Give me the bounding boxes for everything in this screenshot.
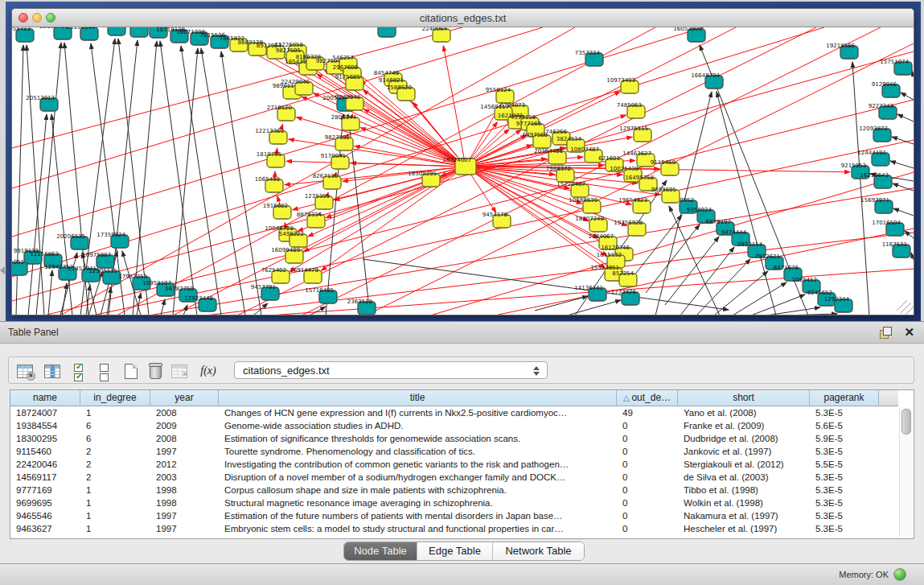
cell-out_de[interactable]: 49 <box>617 406 678 419</box>
cell-short[interactable]: Hescheler et al. (1997) <box>678 522 810 535</box>
cell-pagerank[interactable]: 5.3E-5 <box>810 471 879 484</box>
cell-out_de[interactable]: 0 <box>617 496 678 509</box>
delete-columns-icon[interactable] <box>146 361 165 381</box>
column-header-out_de[interactable]: △ out_de… <box>617 390 678 406</box>
table-row[interactable]: 2242004622012Investigating the contribut… <box>10 458 898 471</box>
resize-grip-icon[interactable] <box>901 303 911 313</box>
cell-in_degree[interactable]: 2 <box>80 458 150 471</box>
cell-pagerank[interactable]: 5.3E-5 <box>810 496 879 509</box>
cell-out_de[interactable]: 0 <box>617 432 678 445</box>
cell-name[interactable]: 19384554 <box>10 419 80 432</box>
cell-title[interactable]: Structural magnetic resonance image aver… <box>219 496 617 509</box>
graph-node[interactable] <box>130 27 148 37</box>
cell-short[interactable]: Franke et al. (2009) <box>678 419 810 432</box>
cell-in_degree[interactable]: 1 <box>80 406 150 419</box>
vertical-scrollbar[interactable] <box>899 407 912 537</box>
cell-year[interactable]: 1997 <box>150 445 219 458</box>
cell-out_de[interactable]: 0 <box>617 484 678 496</box>
cell-name[interactable]: 9699695 <box>10 496 80 509</box>
new-table-icon[interactable] <box>121 361 141 381</box>
table-row[interactable]: 1872400712008Changes of HCN gene express… <box>10 406 898 419</box>
tab-network-table[interactable]: Network Table <box>493 542 584 560</box>
cell-year[interactable]: 2008 <box>150 406 219 419</box>
column-header-short[interactable]: short <box>678 390 810 406</box>
cell-pagerank[interactable]: 5.3E-5 <box>810 484 879 496</box>
cell-out_de[interactable]: 0 <box>617 522 678 535</box>
graph-node[interactable] <box>378 27 396 37</box>
close-panel-icon[interactable]: ✕ <box>904 325 914 340</box>
resize-grip-icon[interactable] <box>897 300 907 311</box>
graph-node[interactable] <box>108 27 125 35</box>
cell-title[interactable]: Changes of HCN gene expression and I(f) … <box>219 406 617 419</box>
memory-ok-indicator[interactable] <box>893 568 906 581</box>
network-graph-canvas[interactable]: 1872400718300295140557132289143616959544… <box>12 27 914 315</box>
deselect-all-rows-icon[interactable] <box>96 361 115 381</box>
float-panel-icon[interactable] <box>880 327 892 339</box>
cell-pagerank[interactable]: 5.3E-5 <box>810 406 879 419</box>
cell-title[interactable]: Estimation of the future numbers of pati… <box>219 509 617 522</box>
cell-out_de[interactable]: 0 <box>617 509 678 522</box>
cell-name[interactable]: 9115460 <box>10 445 80 458</box>
tab-node-table[interactable]: Node Table <box>344 542 417 560</box>
table-settings-icon[interactable]: ✱ <box>15 361 35 381</box>
cell-short[interactable]: Yano et al. (2008) <box>678 406 810 419</box>
column-header-title[interactable]: title <box>219 390 617 406</box>
cell-name[interactable]: 14569117 <box>10 471 80 484</box>
cell-title[interactable]: Tourette syndrome. Phenomenology and cla… <box>219 445 617 458</box>
cell-out_de[interactable]: 0 <box>617 419 678 432</box>
cell-year[interactable]: 1997 <box>150 522 219 535</box>
cell-in_degree[interactable]: 6 <box>80 432 150 445</box>
cell-in_degree[interactable]: 2 <box>80 471 150 484</box>
table-row[interactable]: 946554611997Estimation of the future num… <box>10 509 898 522</box>
cell-short[interactable]: Jankovic et al. (1997) <box>678 445 810 458</box>
cell-name[interactable]: 18300295 <box>10 432 80 445</box>
cell-in_degree[interactable]: 2 <box>80 445 150 458</box>
cell-title[interactable]: Disruption of a novel member of a sodium… <box>219 471 617 484</box>
table-row[interactable]: 1938455462009Genome-wide association stu… <box>10 419 898 432</box>
table-row[interactable]: 977716911998Corpus callosum shape and si… <box>10 484 898 496</box>
cell-year[interactable]: 2003 <box>150 471 219 484</box>
cell-pagerank[interactable]: 5.3E-5 <box>810 445 879 458</box>
cell-title[interactable]: Embryonic stem cells: a model to study s… <box>219 522 617 535</box>
table-row[interactable]: 969969511998Structural magnetic resonanc… <box>10 496 898 509</box>
cell-short[interactable]: de Silva et al. (2003) <box>678 471 810 484</box>
cell-out_de[interactable]: 0 <box>617 445 678 458</box>
cell-in_degree[interactable]: 1 <box>80 496 150 509</box>
cell-title[interactable]: Investigating the contribution of common… <box>219 458 617 471</box>
cell-pagerank[interactable]: 5.3E-5 <box>810 509 879 522</box>
cell-pagerank[interactable]: 5.5E-5 <box>810 458 879 471</box>
cell-pagerank[interactable]: 5.3E-5 <box>810 522 879 535</box>
cell-pagerank[interactable]: 5.6E-5 <box>810 419 879 432</box>
cell-year[interactable]: 2009 <box>150 419 219 432</box>
cell-short[interactable]: Stergiakouli et al. (2012) <box>678 458 810 471</box>
cell-year[interactable]: 1998 <box>150 484 219 496</box>
select-all-rows-icon[interactable] <box>70 361 89 381</box>
collapse-panel-arrow-icon[interactable] <box>0 266 5 274</box>
table-selector-dropdown[interactable]: citations_edges.txt <box>234 361 548 379</box>
table-row[interactable]: 946362711997Embryonic stem cells: a mode… <box>10 522 898 535</box>
cell-year[interactable]: 1998 <box>150 496 219 509</box>
cell-name[interactable]: 9777169 <box>10 484 80 496</box>
cell-in_degree[interactable]: 1 <box>80 509 150 522</box>
cell-pagerank[interactable]: 5.9E-5 <box>810 432 879 445</box>
cell-short[interactable]: Wolkin et al. (1998) <box>678 496 810 509</box>
column-header-name[interactable]: name <box>10 390 80 406</box>
cell-title[interactable]: Genome-wide association studies in ADHD. <box>219 419 617 432</box>
column-header-year[interactable]: year <box>150 390 219 406</box>
cell-name[interactable]: 18724007 <box>10 406 80 419</box>
cell-title[interactable]: Corpus callosum shape and size in male p… <box>219 484 617 496</box>
function-builder-icon[interactable]: f(x) <box>199 361 218 381</box>
cell-name[interactable]: 9463627 <box>10 522 80 535</box>
cell-short[interactable]: Dudbridge et al. (2008) <box>678 432 810 445</box>
cell-year[interactable]: 1997 <box>150 509 219 522</box>
tab-edge-table[interactable]: Edge Table <box>417 542 493 560</box>
cell-name[interactable]: 22420046 <box>10 458 80 471</box>
cell-short[interactable]: Nakamura et al. (1997) <box>678 509 810 522</box>
cell-name[interactable]: 9465546 <box>10 509 80 522</box>
resize-grip-icon[interactable] <box>905 305 914 315</box>
table-row[interactable]: 1456911722003Disruption of a novel membe… <box>10 471 898 484</box>
table-row[interactable]: 1830029562008Estimation of significance … <box>10 432 898 445</box>
column-visibility-icon[interactable] <box>43 361 62 381</box>
cell-out_de[interactable]: 0 <box>617 471 678 484</box>
cell-in_degree[interactable]: 6 <box>80 419 150 432</box>
